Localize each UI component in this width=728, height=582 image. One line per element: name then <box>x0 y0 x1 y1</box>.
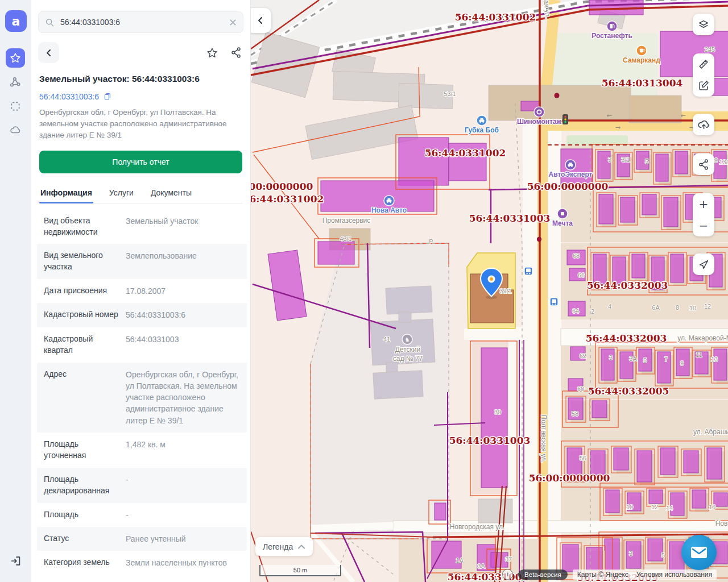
house-number: 3 <box>608 156 611 163</box>
house-number: 37 <box>505 556 512 563</box>
cadastral-number-link[interactable]: 56:44:0331003:6 <box>39 92 242 101</box>
road-direction-arrow: ← <box>680 112 685 119</box>
poi-cup-icon[interactable] <box>636 45 647 56</box>
svg-text:♞: ♞ <box>405 336 410 343</box>
info-label: Вид объекта недвижимости <box>44 215 119 238</box>
info-row: Вид земельного участкаЗемлепользование <box>37 244 247 279</box>
info-icon[interactable]: i <box>502 569 513 580</box>
ruler-icon <box>697 58 710 70</box>
house-number: 10 <box>689 305 696 311</box>
tab-2[interactable]: Документы <box>150 184 193 203</box>
chat-button[interactable] <box>681 535 717 570</box>
house-number: 5 <box>645 158 648 165</box>
map-area: Полтавская ул.вская ул.ул. Макаровой-МНо… <box>251 0 728 582</box>
share-map-button[interactable] <box>693 153 714 175</box>
area-select-icon[interactable] <box>6 97 25 116</box>
info-value: Земли населенных пунктов <box>126 557 242 568</box>
info-row: Площадь- <box>37 503 247 527</box>
info-value: 56:44:0331003:6 <box>126 309 242 321</box>
poi-label: Нова Авто <box>371 206 407 214</box>
poi-horse-icon[interactable]: ♞ <box>402 334 412 344</box>
clear-search-icon[interactable] <box>229 18 237 27</box>
info-value: - <box>126 474 242 497</box>
info-label: Адрес <box>44 369 119 426</box>
poi-label: Ростанефть <box>592 32 632 40</box>
info-value: 1,482 кв. м <box>126 439 242 462</box>
info-row: Дата присвоения17.08.2007 <box>37 279 247 303</box>
house-number: 39/1 <box>499 288 511 294</box>
house-number: 10 <box>626 504 633 510</box>
house-number: 43/1 <box>340 235 351 242</box>
cloud-icon[interactable] <box>6 120 25 140</box>
get-report-button[interactable]: Получить отчет <box>39 151 242 173</box>
house-number: 9 <box>680 360 684 367</box>
house-number: 1А <box>456 557 464 564</box>
measure-tools-group <box>693 53 714 97</box>
poi-ring-icon[interactable] <box>534 107 544 117</box>
cadastral-label: 56:44:0332003 <box>586 332 667 344</box>
poi-car-icon[interactable] <box>477 115 487 126</box>
bus-stop-icon <box>524 267 532 275</box>
tab-1[interactable]: Услуги <box>108 184 135 203</box>
search-bar <box>38 11 243 33</box>
house-number: 245 <box>705 46 715 53</box>
back-button[interactable] <box>38 42 59 63</box>
house-number: 13 <box>711 356 718 363</box>
road-direction-arrow: → <box>615 124 620 131</box>
cadastral-label: 56:00:0000000 <box>251 181 313 192</box>
poi-car-icon[interactable] <box>565 160 576 170</box>
search-input[interactable] <box>59 17 229 27</box>
house-number: 3/1 <box>621 156 630 163</box>
zoom-in-button[interactable]: + <box>693 193 714 215</box>
terms-link[interactable]: Условия использования <box>636 571 712 579</box>
map-canvas[interactable]: Полтавская ул.вская ул.ул. Макаровой-МНо… <box>251 0 728 582</box>
tab-0[interactable]: Информация <box>39 184 93 203</box>
info-label: Площадь <box>44 509 119 521</box>
info-value: Оренбургская обл, г Оренбург, ул Полтавс… <box>126 369 242 426</box>
traffic-light-icon <box>562 114 568 124</box>
poi-car-icon[interactable] <box>384 196 394 206</box>
house-number: 5 <box>661 552 665 559</box>
poi-label: Самарканд <box>623 56 660 64</box>
upload-button[interactable] <box>693 114 714 135</box>
favorites-star-icon[interactable] <box>6 48 25 68</box>
legend-button[interactable]: Легенда <box>255 537 313 556</box>
sign-in-icon[interactable] <box>7 552 24 569</box>
cadastral-label: 56:44:0331003 <box>469 213 551 224</box>
share-button[interactable] <box>229 45 243 60</box>
zoom-out-button[interactable]: − <box>693 215 714 236</box>
cadastral-label: 56:44:0332003 <box>587 280 668 291</box>
copy-icon[interactable] <box>103 92 111 101</box>
info-row: СтатусРанее учтенный <box>37 527 247 551</box>
collapse-panel-button[interactable] <box>251 8 271 33</box>
house-number: 53/1 <box>444 90 456 97</box>
info-row: Категория земельЗемли населенных пунктов <box>37 551 247 575</box>
draw-button[interactable] <box>693 75 714 97</box>
object-description: Оренбургская обл, г Оренбург, ул Полтавс… <box>39 107 242 142</box>
locate-button[interactable] <box>693 253 714 275</box>
street-label: Новгородская ул. <box>450 523 505 531</box>
poi-sq-icon[interactable] <box>557 209 568 219</box>
bus-stop-icon <box>550 298 558 306</box>
zoom-group: + − <box>693 193 714 236</box>
app-logo[interactable]: a <box>5 10 27 32</box>
info-table: Вид объекта недвижимостиЗемельный участо… <box>37 209 247 575</box>
layers-icon <box>697 18 710 31</box>
chevron-up-icon <box>297 544 305 550</box>
poi-label: Губка Боб <box>465 126 499 134</box>
page-title: Земельный участок: 56:44:0331003:6 <box>39 73 242 85</box>
house-number: 3А <box>477 563 485 569</box>
ruler-button[interactable] <box>693 53 714 75</box>
tabs: ИнформацияУслугиДокументы <box>39 184 242 203</box>
house-number: 41 <box>383 336 390 343</box>
favorite-button[interactable] <box>205 45 220 60</box>
polygon-objects-icon[interactable] <box>6 73 25 92</box>
house-number: 7 <box>664 356 668 363</box>
house-number: 62 <box>580 352 586 359</box>
cadastral-label: 56:00:0000000 <box>529 472 610 484</box>
poi-pump-icon[interactable] <box>607 21 617 31</box>
maps-copyright-link[interactable]: Карты © Яндекс <box>577 571 628 579</box>
layers-button[interactable] <box>693 14 714 35</box>
navigate-icon <box>697 258 710 271</box>
attribution: i Beta-версия Карты © Яндекс Условия исп… <box>502 569 717 580</box>
